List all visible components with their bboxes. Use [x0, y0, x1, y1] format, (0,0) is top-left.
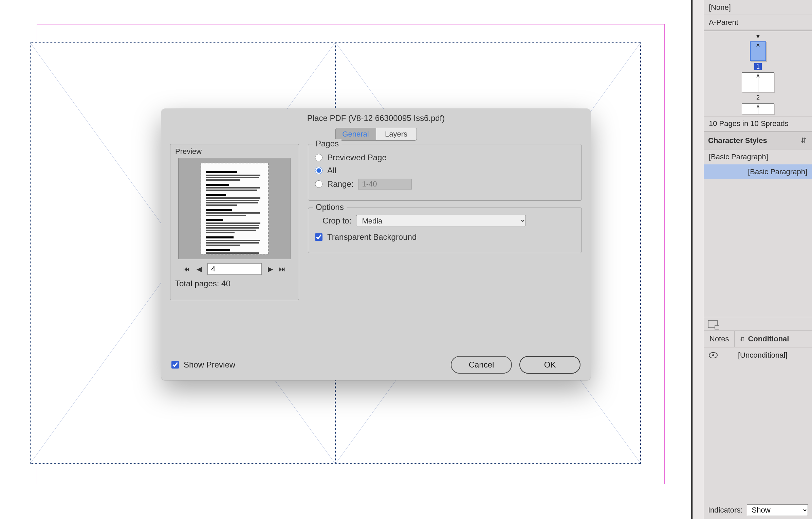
character-styles-title: Character Styles	[708, 136, 767, 145]
condition-unconditional[interactable]: [Unconditional]	[704, 347, 812, 363]
radio-all-label: All	[327, 166, 336, 175]
last-page-icon[interactable]: ⏭	[279, 265, 286, 273]
indicators-row: Indicators: Show	[704, 501, 812, 519]
options-legend: Options	[313, 202, 347, 212]
indicators-label: Indicators:	[708, 506, 743, 515]
total-pages-label: Total pages: 40	[175, 279, 294, 288]
pages-parent-row[interactable]: A-Parent	[704, 15, 812, 30]
pages-summary: 10 Pages in 10 Spreads	[704, 116, 812, 132]
tab-notes[interactable]: Notes	[704, 331, 734, 347]
range-input	[358, 179, 412, 190]
dialog-title: Place PDF (V8-12 66300095 Iss6.pdf)	[161, 109, 591, 126]
cycle-icon[interactable]: ⇵	[799, 136, 808, 145]
unconditional-label: [Unconditional]	[738, 351, 788, 360]
style-basic-paragraph-selected[interactable]: [Basic Paragraph]	[704, 164, 812, 179]
tab-conditional[interactable]: ⇵Conditional	[735, 331, 794, 347]
chevron-down-icon: ▼	[755, 34, 761, 39]
canvas-scrollbar[interactable]	[693, 0, 704, 519]
show-preview-checkbox[interactable]: Show Preview	[171, 360, 235, 370]
preview-thumbnail	[178, 158, 291, 259]
ok-button[interactable]: OK	[519, 356, 580, 374]
tab-layers[interactable]: Layers	[376, 128, 417, 141]
pages-group: Pages Previewed Page All Range:	[308, 144, 582, 201]
visibility-icon[interactable]	[709, 352, 718, 358]
crop-to-label: Crop to:	[322, 216, 351, 226]
transparent-bg-label: Transparent Background	[327, 232, 417, 242]
options-group: Options Crop to: Media Transparent Backg…	[308, 208, 582, 253]
style-basic-paragraph[interactable]: [Basic Paragraph]	[704, 149, 812, 164]
dialog-tabs: General Layers	[161, 128, 591, 141]
pages-none-row[interactable]: [None]	[704, 0, 812, 15]
place-pdf-dialog: Place PDF (V8-12 66300095 Iss6.pdf) Gene…	[161, 109, 591, 380]
show-preview-label: Show Preview	[184, 360, 235, 370]
preview-panel: Preview	[170, 144, 299, 300]
crop-to-select[interactable]: Media	[356, 215, 526, 227]
preview-pager: ⏮ ◀ ▶ ⏭	[175, 263, 294, 275]
notes-conditional-tabs: Notes ⇵Conditional	[704, 330, 812, 347]
transparent-bg-checkbox[interactable]: Transparent Background	[315, 232, 575, 242]
page-number-1: 1	[754, 63, 762, 70]
radio-range-label: Range:	[327, 179, 353, 189]
pages-legend: Pages	[313, 139, 342, 148]
page-thumb-1[interactable]: A	[750, 41, 766, 61]
prev-page-icon[interactable]: ◀	[195, 265, 203, 273]
cycle-icon: ⇵	[740, 336, 744, 342]
page-thumb-3[interactable]: A	[742, 103, 774, 114]
pages-thumbnails: ▼ A 1 A 2 A	[704, 31, 812, 116]
indicators-select[interactable]: Show	[747, 504, 808, 516]
right-panels: [None] A-Parent ▼ A 1 A 2 A 10 Pages in …	[704, 0, 812, 519]
new-style-icon[interactable]	[708, 320, 718, 328]
preview-page-input[interactable]	[207, 263, 262, 275]
next-page-icon[interactable]: ▶	[266, 265, 274, 273]
cancel-button[interactable]: Cancel	[451, 356, 512, 374]
radio-previewed-page[interactable]: Previewed Page	[315, 153, 575, 162]
page-thumb-2[interactable]: A	[742, 72, 774, 92]
radio-previewed-label: Previewed Page	[327, 153, 387, 162]
radio-range[interactable]: Range:	[315, 179, 575, 190]
panel-footer-icons	[704, 317, 812, 330]
first-page-icon[interactable]: ⏮	[183, 265, 190, 273]
page-number-2: 2	[756, 94, 760, 101]
preview-label: Preview	[175, 147, 294, 156]
radio-all[interactable]: All	[315, 166, 575, 175]
character-styles-header[interactable]: Character Styles ⇵	[704, 132, 812, 149]
